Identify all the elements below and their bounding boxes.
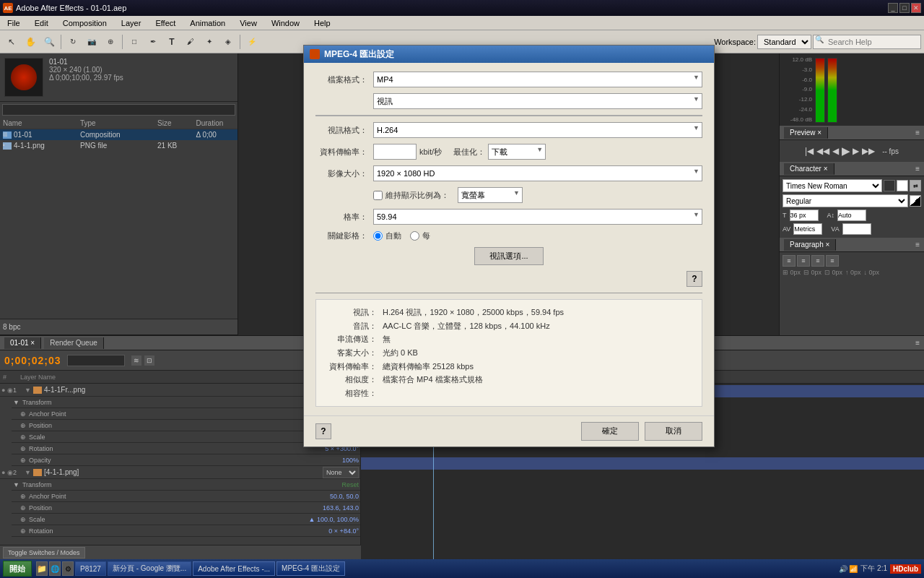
align-right[interactable]: ≡ (811, 255, 824, 267)
widescreen-select[interactable]: 寬螢幕 (458, 187, 523, 203)
prev-fwd[interactable]: ▶▶ (862, 146, 875, 156)
kerning-input[interactable] (793, 223, 822, 235)
menu-animation[interactable]: Animation (186, 17, 230, 29)
char-menu[interactable]: ≡ (915, 165, 920, 173)
frame-size-select[interactable]: 1920 × 1080 HD (373, 165, 702, 181)
bitrate-input[interactable]: 25000 (373, 144, 417, 160)
preview-controls: |◀ ◀◀ ◀ ▶ ▶ ▶▶ -- fps (780, 140, 924, 162)
prev-play[interactable]: ▶ (842, 145, 850, 157)
prev-first[interactable]: |◀ (805, 146, 814, 156)
taskbar-p8127[interactable]: P8127 (75, 561, 106, 576)
taskbar-ae[interactable]: Adobe After Effects -... (193, 561, 275, 576)
tracking-input[interactable] (842, 223, 871, 235)
justify-left[interactable]: ≡ (826, 255, 839, 267)
tool-brush[interactable]: 🖌 (182, 33, 199, 51)
timeline-search-input[interactable] (67, 355, 125, 366)
layer-solo-2[interactable]: ◉ (7, 469, 13, 476)
optimize-select[interactable]: 下載 (488, 144, 546, 160)
layer-solo-1[interactable]: ◉ (7, 387, 13, 394)
layer-expand-1[interactable]: ▼ (25, 387, 33, 394)
project-search-input[interactable] (2, 104, 235, 116)
tool-rotate[interactable]: ↻ (64, 33, 82, 51)
tool-rect[interactable]: □ (126, 33, 143, 51)
tool-zoom[interactable]: 🔍 (40, 33, 58, 51)
project-row-1[interactable]: ▪ 4-1-1.png PNG file 21 KB (0, 140, 237, 151)
tl-btn-2[interactable]: ⊡ (144, 355, 155, 366)
align-left[interactable]: ≡ (783, 255, 796, 267)
timeline-menu[interactable]: ≡ (915, 339, 920, 347)
prev-back-one[interactable]: ◀ (832, 146, 839, 156)
stroke-color-picker[interactable] (897, 180, 908, 191)
tool-stamp[interactable]: ✦ (201, 33, 218, 51)
menu-help[interactable]: Help (310, 17, 335, 29)
leading-input[interactable] (837, 210, 866, 221)
layer-expand-2[interactable]: ▼ (25, 469, 33, 476)
keyframe-every-label[interactable]: 每 (410, 230, 430, 241)
close-button[interactable]: ✕ (911, 3, 921, 13)
search-input[interactable] (813, 35, 921, 49)
layer-eye-1[interactable]: ● (1, 387, 7, 394)
preview-tab[interactable]: Preview × (784, 127, 828, 139)
transform-expand[interactable]: ▼ (13, 399, 19, 406)
video-options-button[interactable]: 視訊選項... (474, 247, 543, 265)
frame-rate-select[interactable]: 59.94 (373, 209, 702, 225)
menu-window[interactable]: Window (267, 17, 304, 29)
prev-back[interactable]: ◀◀ (816, 146, 829, 156)
transform-expand-2[interactable]: ▼ (13, 481, 19, 488)
keyframe-every-radio[interactable] (410, 231, 419, 241)
character-tab[interactable]: Character × (784, 163, 834, 175)
para-menu[interactable]: ≡ (915, 241, 920, 249)
tool-hand[interactable]: ✋ (22, 33, 39, 51)
comp-timeline-tab[interactable]: 01-01 × (4, 337, 41, 349)
tool-track[interactable]: ⊕ (102, 33, 119, 51)
cancel-button[interactable]: 取消 (645, 422, 702, 441)
taskbar-icon-3[interactable]: ⚙ (62, 561, 74, 576)
minimize-button[interactable]: _ (888, 3, 898, 13)
tool-eraser[interactable]: ◈ (219, 33, 237, 51)
start-button[interactable]: 開始 (3, 561, 32, 577)
section-select[interactable]: 視訊 (373, 93, 702, 109)
project-row-0[interactable]: ▥ 01-01 Composition Δ 0;00 (0, 129, 237, 140)
menu-view[interactable]: View (235, 17, 261, 29)
font-style-select[interactable]: Regular (783, 194, 908, 207)
taskbar-browser[interactable]: 新分頁 - Google 瀏覽... (108, 561, 191, 576)
layer-icon-2 (33, 469, 42, 476)
taskbar-icon-2[interactable]: 🌐 (49, 561, 61, 576)
footer-help-button[interactable]: ? (315, 423, 331, 439)
maintain-ratio-checkbox[interactable] (373, 191, 383, 200)
tool-camera[interactable]: 📷 (83, 33, 100, 51)
keyframe-auto-radio[interactable] (373, 231, 383, 241)
layer-eye-2[interactable]: ● (1, 469, 7, 476)
render-queue-tab[interactable]: Render Queue (44, 337, 104, 349)
tool-arrow[interactable]: ↖ (3, 33, 20, 51)
align-center[interactable]: ≡ (797, 255, 810, 267)
toggle-switches-btn[interactable]: Toggle Switches / Modes (3, 547, 85, 558)
tl-btn-1[interactable]: ≋ (131, 355, 142, 366)
taskbar-icon-1[interactable]: 📁 (36, 561, 48, 576)
menu-layer[interactable]: Layer (117, 17, 146, 29)
preview-menu[interactable]: ≡ (915, 129, 920, 137)
font-size-input[interactable] (790, 210, 819, 221)
tool-pen[interactable]: ✒ (144, 33, 162, 51)
ok-button[interactable]: 確定 (581, 422, 639, 441)
swap-colors-btn[interactable]: ⇄ (910, 180, 921, 191)
maintain-ratio-check[interactable]: 維持顯示比例為： (373, 190, 449, 201)
tool-text[interactable]: T (163, 33, 180, 51)
prev-fwd-one[interactable]: ▶ (853, 146, 859, 156)
file-format-select[interactable]: MP4 (373, 72, 702, 87)
dialog-help-button[interactable]: ? (687, 271, 702, 287)
menu-composition[interactable]: Composition (58, 17, 111, 29)
taskbar-mpeg4[interactable]: MPEG-4 匯出設定 (276, 561, 345, 576)
video-format-select[interactable]: H.264 (373, 122, 702, 138)
timecode-display[interactable]: 0;00;02;03 (4, 355, 61, 366)
gradient-swatch[interactable] (910, 195, 921, 207)
paragraph-tab[interactable]: Paragraph × (784, 239, 836, 251)
font-color-picker[interactable] (884, 180, 895, 191)
menu-effect[interactable]: Effect (151, 17, 180, 29)
timeline-tabs: 01-01 × Render Queue (4, 337, 104, 349)
keyframe-auto-label[interactable]: 自動 (373, 230, 401, 241)
font-family-select[interactable]: Times New Roman (783, 179, 882, 192)
menu-file[interactable]: File (3, 17, 25, 29)
maximize-button[interactable]: □ (899, 3, 910, 13)
menu-edit[interactable]: Edit (30, 17, 53, 29)
